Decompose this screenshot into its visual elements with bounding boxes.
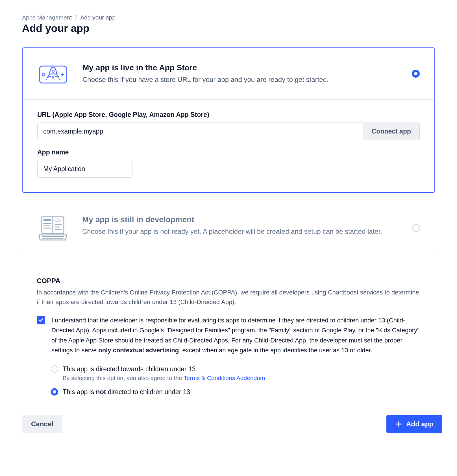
option-live-card[interactable]: My app is live in the App Store Choose t… (22, 47, 435, 193)
add-app-button[interactable]: Add app (386, 415, 442, 433)
coppa-ack-text: I understand that the developer is respo… (51, 315, 420, 355)
svg-point-3 (46, 79, 47, 80)
option-dev-card[interactable]: </> My app is still in development Choos… (22, 200, 435, 256)
option-live-desc: Choose this if you have a store URL for … (82, 75, 386, 85)
laptop-code-icon: </> (37, 215, 69, 242)
appstore-rocket-icon (37, 63, 69, 85)
url-label: URL (Apple App Store, Google Play, Amazo… (37, 111, 420, 119)
cancel-button[interactable]: Cancel (22, 415, 62, 433)
svg-point-4 (48, 78, 49, 78)
option-dev-desc: Choose this if your app is not ready yet… (82, 226, 386, 237)
svg-text:</>: </> (54, 218, 61, 223)
coppa-heading: COPPA (37, 277, 420, 285)
breadcrumb: Apps Management / Add your app (22, 14, 435, 21)
svg-rect-8 (61, 74, 64, 75)
appname-label: App name (37, 149, 420, 156)
footer: Cancel Add app (0, 406, 457, 445)
coppa-directed-label: This app is directed towards children un… (63, 365, 195, 373)
coppa-section: COPPA In accordance with the Children's … (22, 263, 435, 406)
connect-app-button[interactable]: Connect app (363, 123, 420, 140)
option-dev-title: My app is still in development (82, 215, 386, 224)
svg-point-1 (42, 73, 45, 76)
svg-point-5 (59, 79, 60, 80)
plus-icon (395, 421, 402, 427)
url-input[interactable] (37, 123, 363, 140)
option-live-title: My app is live in the App Store (82, 63, 386, 72)
option-dev-radio[interactable] (412, 224, 420, 232)
breadcrumb-root[interactable]: Apps Management (22, 14, 72, 21)
coppa-directed-radio[interactable] (51, 365, 58, 373)
coppa-not-directed-radio[interactable] (51, 388, 58, 396)
coppa-not-directed-label: This app is not directed to children und… (63, 388, 190, 396)
terms-addendum-link[interactable]: Terms & Conditions Addendum (184, 375, 265, 381)
svg-point-2 (52, 70, 54, 72)
appname-input[interactable] (37, 160, 132, 178)
svg-rect-11 (43, 219, 51, 221)
coppa-intro: In accordance with the Children's Online… (37, 288, 420, 307)
option-live-radio[interactable] (412, 70, 420, 78)
check-icon (38, 318, 43, 323)
svg-point-6 (58, 78, 59, 78)
coppa-ack-checkbox[interactable] (37, 316, 45, 324)
breadcrumb-current: Add your app (80, 14, 116, 21)
breadcrumb-separator: / (75, 14, 77, 21)
coppa-directed-hint: By selecting this option, you also agree… (51, 375, 420, 381)
page-title: Add your app (22, 23, 435, 34)
